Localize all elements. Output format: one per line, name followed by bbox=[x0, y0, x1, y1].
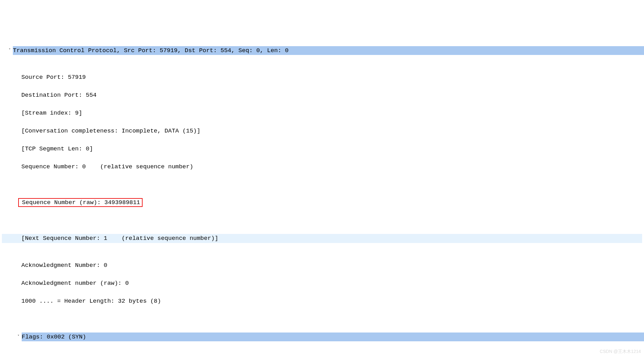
field-seg-len[interactable]: [TCP Segment Len: 0] bbox=[2, 144, 644, 154]
seq-rel-text: Sequence Number: 0 (relative sequence nu… bbox=[21, 162, 193, 171]
flags-header-text: Flags: 0x002 (SYN) bbox=[22, 333, 644, 342]
field-dst-port[interactable]: Destination Port: 554 bbox=[2, 91, 644, 100]
ack-num-text: Acknowledgment Number: 0 bbox=[21, 261, 107, 270]
field-seq-rel[interactable]: Sequence Number: 0 (relative sequence nu… bbox=[2, 162, 644, 171]
src-port-text: Source Port: 57919 bbox=[21, 73, 86, 82]
chevron-down-icon[interactable]: ˅ bbox=[8, 46, 12, 55]
ack-raw-text: Acknowledgment number (raw): 0 bbox=[21, 279, 129, 288]
field-seq-raw-row[interactable]: Sequence Number (raw): 3493989811 bbox=[2, 198, 644, 207]
hdr-len-text: 1000 .... = Header Length: 32 bytes (8) bbox=[21, 297, 161, 306]
stream-index-text: [Stream index: 9] bbox=[21, 109, 82, 118]
tcp-header-text: Transmission Control Protocol, Src Port:… bbox=[13, 46, 644, 55]
field-ack-num[interactable]: Acknowledgment Number: 0 bbox=[2, 261, 644, 270]
field-conv-complete[interactable]: [Conversation completeness: Incomplete, … bbox=[2, 127, 644, 136]
flags-header-row[interactable]: ˅ Flags: 0x002 (SYN) bbox=[2, 333, 644, 342]
seq-raw-text: Sequence Number (raw): 3493989811 bbox=[22, 199, 140, 206]
seg-len-text: [TCP Segment Len: 0] bbox=[21, 144, 93, 154]
field-stream-index[interactable]: [Stream index: 9] bbox=[2, 109, 644, 118]
conv-complete-text: [Conversation completeness: Incomplete, … bbox=[21, 127, 200, 136]
field-ack-raw[interactable]: Acknowledgment number (raw): 0 bbox=[2, 279, 644, 288]
tcp-header-row[interactable]: ˅ Transmission Control Protocol, Src Por… bbox=[2, 46, 644, 55]
dst-port-text: Destination Port: 554 bbox=[21, 91, 96, 100]
watermark: CSDN @王木木1214 bbox=[600, 347, 641, 356]
chevron-down-icon[interactable]: ˅ bbox=[16, 332, 21, 341]
field-hdr-len[interactable]: 1000 .... = Header Length: 32 bytes (8) bbox=[2, 297, 644, 306]
red-highlight-box: Sequence Number (raw): 3493989811 bbox=[18, 198, 143, 207]
field-next-seq[interactable]: [Next Sequence Number: 1 (relative seque… bbox=[2, 234, 642, 243]
field-src-port[interactable]: Source Port: 57919 bbox=[2, 73, 644, 82]
next-seq-text: [Next Sequence Number: 1 (relative seque… bbox=[21, 234, 218, 243]
